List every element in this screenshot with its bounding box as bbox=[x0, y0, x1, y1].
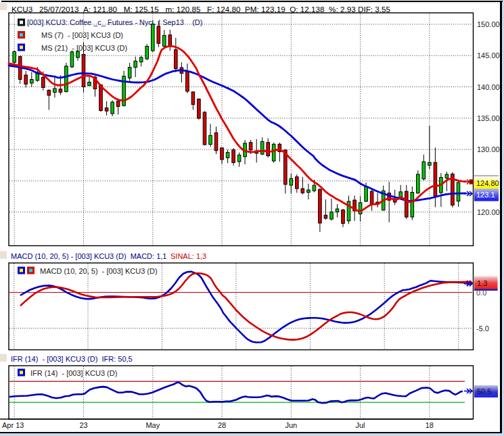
svg-text:-5.0: -5.0 bbox=[476, 324, 489, 333]
svg-text:50.5: 50.5 bbox=[477, 387, 491, 395]
svg-text:23: 23 bbox=[79, 421, 87, 429]
svg-text:130.00: 130.00 bbox=[477, 145, 500, 153]
svg-text:145.00: 145.00 bbox=[477, 51, 500, 59]
svg-text:MACD (10, 20, 5) - [003] KCU3: MACD (10, 20, 5) - [003] KCU3 (D) MACD: … bbox=[11, 252, 166, 260]
svg-text:[003] KCU3: Coffee _c_ Futures: [003] KCU3: Coffee _c_ Futures - Nyc.. |… bbox=[27, 18, 202, 26]
svg-text:MS (7) - [003] KCU3 (D): MS (7) - [003] KCU3 (D) bbox=[41, 31, 123, 39]
svg-text:IFR (14) - [003] KCU3 (D) IF: IFR (14) - [003] KCU3 (D) IFR: 50,5 bbox=[11, 355, 133, 363]
svg-text:120.00: 120.00 bbox=[477, 208, 500, 216]
svg-text:0.0: 0.0 bbox=[476, 289, 486, 297]
svg-text:123.1: 123.1 bbox=[476, 191, 495, 199]
svg-text:18: 18 bbox=[426, 421, 434, 429]
svg-text:28: 28 bbox=[218, 421, 226, 429]
svg-text:MS (21) - [003] KCU3 (D): MS (21) - [003] KCU3 (D) bbox=[41, 44, 127, 52]
svg-text:MACD (10, 20, 5) - [003] KCU3: MACD (10, 20, 5) - [003] KCU3 (D) bbox=[40, 267, 158, 275]
svg-text:Apr 13: Apr 13 bbox=[2, 421, 24, 429]
svg-text:Jul: Jul bbox=[355, 421, 365, 429]
svg-text:Jun: Jun bbox=[285, 421, 297, 429]
svg-text:IFR (14) - [003] KCU3 (D): IFR (14) - [003] KCU3 (D) bbox=[30, 369, 117, 377]
svg-text:1.3: 1.3 bbox=[477, 279, 487, 287]
svg-text:SINAL: 1,3: SINAL: 1,3 bbox=[170, 252, 206, 260]
svg-text:May: May bbox=[145, 421, 160, 429]
svg-text:135.00: 135.00 bbox=[477, 114, 500, 122]
svg-text:KCU3 25/07/2013 A: 121,80: KCU3 25/07/2013 A: 121,80 M: 125,15 m: 1… bbox=[12, 5, 391, 14]
svg-text:140.00: 140.00 bbox=[477, 83, 500, 91]
svg-text:124.80: 124.80 bbox=[476, 179, 499, 187]
svg-text:150.00: 150.00 bbox=[477, 20, 500, 28]
